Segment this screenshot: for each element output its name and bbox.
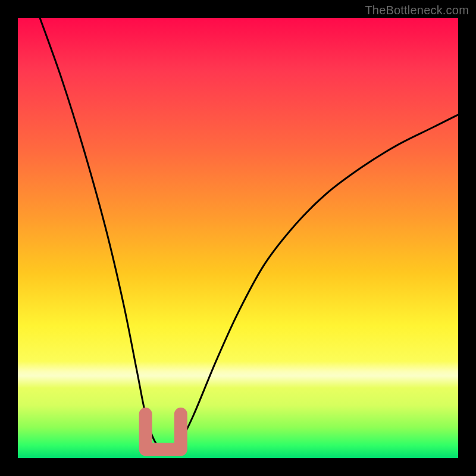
- watermark-text: TheBottleneck.com: [365, 4, 469, 17]
- bottleneck-curve: [40, 18, 458, 450]
- marker-u-bracket: [146, 414, 181, 449]
- plot-area: [18, 18, 458, 458]
- curve-layer: [18, 18, 458, 458]
- chart-frame: TheBottleneck.com: [0, 0, 476, 476]
